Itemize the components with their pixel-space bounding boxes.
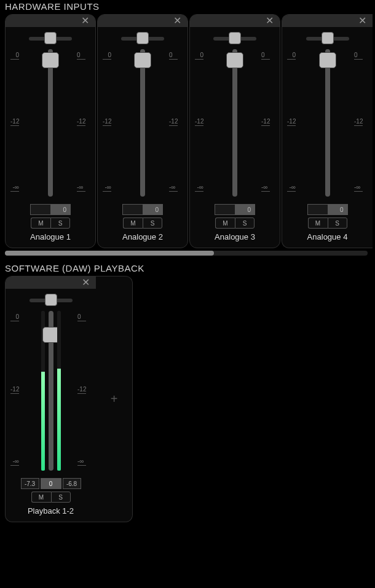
close-icon[interactable]: ✕ xyxy=(358,16,366,26)
fader[interactable] xyxy=(49,311,53,471)
solo-button[interactable]: S xyxy=(143,218,162,229)
hardware-section-title: HARDWARE INPUTS xyxy=(0,0,375,14)
channel-analogue-4: ✕ 0-12-∞ 0-12-∞ 0 MS Analogue 4 xyxy=(282,14,373,248)
channel-header: ✕ xyxy=(6,15,95,27)
scale-right: 0-12-∞ xyxy=(77,49,90,197)
software-section-title: SOFTWARE (DAW) PLAYBACK xyxy=(0,262,375,276)
scale-left: 0-12-∞ xyxy=(10,49,24,197)
hardware-channels-row: ✕ 0-12-∞ 0-12-∞ 0 M S Analogue 1 ✕ 0-12-… xyxy=(0,14,375,248)
pan-slider[interactable] xyxy=(30,299,73,302)
gain-readout[interactable]: 0 xyxy=(41,478,61,489)
mute-button[interactable]: M xyxy=(31,492,51,503)
pan-slider[interactable] xyxy=(306,37,349,41)
mute-button[interactable]: M xyxy=(215,218,235,229)
mute-button[interactable]: M xyxy=(308,218,328,229)
gain-readout[interactable]: 0 xyxy=(30,204,71,215)
gain-readout[interactable]: 0 xyxy=(307,204,348,215)
close-icon[interactable]: ✕ xyxy=(266,16,274,26)
close-icon[interactable]: ✕ xyxy=(173,16,181,26)
channel-analogue-1: ✕ 0-12-∞ 0-12-∞ 0 M S Analogue 1 xyxy=(5,14,96,248)
channel-analogue-2: ✕ 0-12-∞ 0-12-∞ 0 MS Analogue 2 xyxy=(97,14,188,248)
pan-slider[interactable] xyxy=(213,37,256,41)
gain-readout[interactable]: 0 xyxy=(215,204,255,215)
channel-analogue-3: ✕ 0-12-∞ 0-12-∞ 0 MS Analogue 3 xyxy=(189,14,280,248)
channel-label[interactable]: Analogue 1 xyxy=(30,232,71,241)
channel-label[interactable]: Analogue 4 xyxy=(307,232,348,241)
fader[interactable] xyxy=(48,49,53,197)
peak-right-readout[interactable]: -6.8 xyxy=(63,478,81,489)
channel-label[interactable]: Analogue 2 xyxy=(122,232,163,241)
pan-slider[interactable] xyxy=(121,37,164,41)
fader[interactable] xyxy=(140,49,145,197)
channel-label[interactable]: Analogue 3 xyxy=(215,232,255,241)
gain-readout[interactable]: 0 xyxy=(122,204,163,215)
solo-button[interactable]: S xyxy=(328,218,347,229)
fader[interactable] xyxy=(325,49,330,197)
close-icon[interactable]: ✕ xyxy=(82,278,90,288)
channel-playback-1-2: ✕ 0-12-∞ 0-12-∞ -7.3 0 -6.8 MS Playback … xyxy=(5,276,96,522)
solo-button[interactable]: S xyxy=(51,492,71,503)
channel-label[interactable]: Playback 1-2 xyxy=(28,506,74,515)
peak-left-readout[interactable]: -7.3 xyxy=(21,478,39,489)
horizontal-scrollbar[interactable] xyxy=(5,251,368,256)
add-channel-button[interactable]: + xyxy=(96,276,133,522)
close-icon[interactable]: ✕ xyxy=(81,16,89,26)
meter-right xyxy=(57,311,61,471)
solo-button[interactable]: S xyxy=(235,218,255,229)
fader[interactable] xyxy=(232,49,237,197)
pan-slider[interactable] xyxy=(29,37,72,41)
mute-button[interactable]: M xyxy=(31,218,50,229)
software-channels-row: ✕ 0-12-∞ 0-12-∞ -7.3 0 -6.8 MS Playback … xyxy=(0,276,375,522)
solo-button[interactable]: S xyxy=(50,218,70,229)
mute-button[interactable]: M xyxy=(123,218,143,229)
